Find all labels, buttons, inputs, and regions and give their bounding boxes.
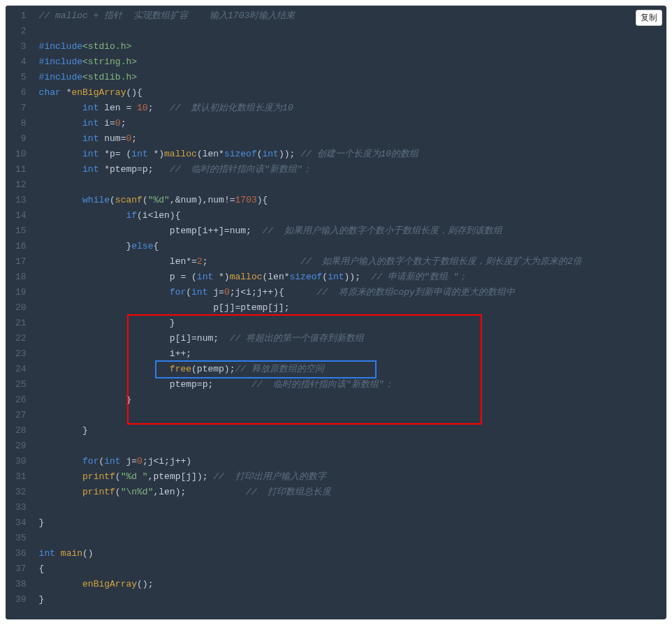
line-number: 14 bbox=[15, 208, 27, 223]
token-punct: (); bbox=[137, 579, 153, 589]
token-punct: ( bbox=[143, 195, 148, 205]
token-comment: // 打印数组总长度 bbox=[246, 487, 331, 497]
code-line bbox=[39, 439, 666, 454]
token-string: "%d" bbox=[148, 195, 170, 205]
code-line: enBigArray(); bbox=[39, 577, 666, 592]
code-line: }else{ bbox=[39, 239, 666, 254]
token-punct bbox=[39, 103, 82, 113]
token-keyword: while bbox=[82, 195, 110, 205]
token-punct bbox=[39, 149, 82, 159]
code-line bbox=[39, 177, 666, 193]
line-number: 36 bbox=[15, 546, 27, 561]
code-line bbox=[39, 408, 666, 423]
code-line: } bbox=[39, 515, 666, 531]
token-punct: ,ptemp[j]); bbox=[148, 471, 214, 482]
token-punct: } bbox=[39, 517, 45, 528]
token-func: scanf bbox=[115, 195, 143, 205]
code-line: ptemp[i++]=num; // 如果用户输入的数字个数小于数组长度，则存到… bbox=[39, 223, 666, 239]
line-number: 31 bbox=[15, 469, 27, 485]
line-number: 10 bbox=[15, 147, 27, 162]
token-punct bbox=[39, 118, 82, 128]
line-number: 20 bbox=[15, 300, 27, 316]
code-line: } bbox=[39, 316, 666, 331]
code-content[interactable]: // malloc + 指针 实现数组扩容 输入1703时输入结束#includ… bbox=[32, 6, 666, 619]
line-number: 22 bbox=[15, 331, 27, 346]
token-func: enBigArray bbox=[82, 579, 137, 589]
code-line: while(scanf("%d",&num),num!=1703){ bbox=[39, 193, 666, 208]
line-number: 26 bbox=[15, 392, 27, 408]
token-punct bbox=[39, 210, 126, 221]
line-number: 13 bbox=[15, 193, 27, 208]
line-number: 28 bbox=[15, 423, 27, 439]
token-func: malloc bbox=[230, 272, 263, 282]
token-comment: // 释放原数组的空间 bbox=[235, 364, 323, 374]
token-punct: ( bbox=[110, 195, 115, 205]
token-keyword: #include bbox=[39, 72, 82, 82]
token-keyword: else bbox=[131, 241, 153, 251]
token-func: enBigArray bbox=[71, 87, 126, 98]
line-number: 29 bbox=[15, 439, 27, 454]
token-keyword: sizeof bbox=[224, 149, 257, 159]
token-punct: ){ bbox=[257, 195, 268, 205]
token-punct bbox=[39, 487, 82, 497]
token-comment: // 如果用户输入的数字个数小于数组长度，则存到该数组 bbox=[262, 226, 502, 236]
code-line: if(i<len){ bbox=[39, 208, 666, 223]
token-keyword: for bbox=[170, 287, 186, 297]
token-punct: ; bbox=[121, 118, 126, 128]
token-punct: *p= ( bbox=[98, 149, 131, 159]
token-type: int bbox=[82, 164, 98, 175]
token-punct: )); bbox=[344, 272, 372, 282]
line-number: 17 bbox=[15, 254, 27, 270]
token-punct: len = bbox=[98, 103, 137, 113]
token-type: int bbox=[263, 149, 279, 159]
token-punct: ;j<i;j++) bbox=[143, 456, 191, 466]
token-punct: ptemp[i++]=num; bbox=[39, 226, 263, 236]
code-line: } bbox=[39, 592, 666, 608]
token-keyword: #include bbox=[39, 41, 82, 52]
token-punct: *ptemp=p; bbox=[98, 164, 169, 175]
token-comment: // 临时的指针指向该"新数组"； bbox=[170, 164, 312, 175]
token-punct: num= bbox=[98, 133, 126, 144]
line-number: 33 bbox=[15, 500, 27, 515]
token-punct: ,&num),num!= bbox=[170, 195, 235, 205]
token-number: 0 bbox=[224, 287, 230, 297]
token-punct: p[i]=num; bbox=[39, 333, 230, 344]
code-editor: 复制 1234567891011121314151617181920212223… bbox=[6, 6, 666, 619]
token-punct: } bbox=[39, 241, 132, 251]
code-line: #include<stdlib.h> bbox=[39, 70, 666, 85]
line-number: 19 bbox=[15, 285, 27, 300]
code-line: p[j]=ptemp[j]; bbox=[39, 300, 666, 316]
token-punct: ( bbox=[115, 487, 121, 497]
token-punct: } bbox=[39, 318, 175, 328]
line-number: 6 bbox=[15, 85, 27, 101]
line-number: 34 bbox=[15, 515, 27, 531]
line-number: 9 bbox=[15, 131, 27, 147]
token-type: int bbox=[82, 118, 98, 128]
line-number: 27 bbox=[15, 408, 27, 423]
token-keyword: sizeof bbox=[290, 272, 323, 282]
token-punct bbox=[39, 287, 170, 297]
token-punct bbox=[39, 133, 82, 144]
token-punct: i= bbox=[98, 118, 115, 128]
token-comment: // 如果用户输入的数字个数大于数组长度，则长度扩大为原来的2倍 bbox=[300, 256, 582, 267]
token-punct bbox=[39, 471, 82, 482]
code-line: } bbox=[39, 392, 666, 408]
token-punct: ;j<i;j++){ bbox=[230, 287, 317, 297]
token-comment: // malloc + 指针 实现数组扩容 输入1703时输入结束 bbox=[39, 10, 295, 21]
code-line: for(int j=0;j<i;j++){ // 将原来的数组copy到新申请的… bbox=[39, 285, 666, 300]
code-line bbox=[39, 531, 666, 546]
code-line: { bbox=[39, 561, 666, 577]
token-type: int bbox=[131, 149, 147, 159]
token-type: int bbox=[104, 456, 120, 466]
copy-button[interactable]: 复制 bbox=[636, 10, 662, 26]
token-punct: p = ( bbox=[39, 272, 197, 282]
code-line: int main() bbox=[39, 546, 666, 561]
line-number: 39 bbox=[15, 592, 27, 608]
token-comment: // 默认初始化数组长度为10 bbox=[170, 103, 293, 113]
code-area: 1234567891011121314151617181920212223242… bbox=[6, 6, 666, 619]
code-line: int len = 10; // 默认初始化数组长度为10 bbox=[39, 101, 666, 116]
line-number-gutter: 1234567891011121314151617181920212223242… bbox=[6, 6, 32, 619]
code-line: // malloc + 指针 实现数组扩容 输入1703时输入结束 bbox=[39, 8, 666, 24]
line-number: 23 bbox=[15, 346, 27, 362]
token-type: int bbox=[82, 149, 98, 159]
